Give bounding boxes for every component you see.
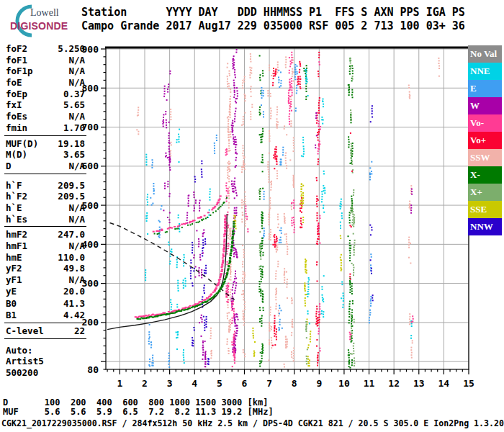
param-value: N/A xyxy=(68,55,85,66)
param-label: foEs xyxy=(6,111,27,122)
parameter-panel: foF25.250foF1N/AfoF1pN/AfoEN/AfoEp0.37fx… xyxy=(4,43,86,380)
param-row-ye: yE20.0 xyxy=(6,286,85,297)
param-label: yF1 xyxy=(6,274,22,286)
param-label: h`F xyxy=(6,180,22,192)
param-row-hf2: h`F2209.5 xyxy=(6,191,85,202)
svg-text:12: 12 xyxy=(388,378,400,389)
param-label: fmin xyxy=(6,122,27,134)
param-row-artist5: Artist5 xyxy=(6,356,85,367)
param-label: h`Es xyxy=(6,214,27,225)
param-label: h`E xyxy=(6,202,22,214)
legend-item-vo: Vo+ xyxy=(468,132,502,149)
param-row-foes: foEsN/A xyxy=(6,111,85,122)
param-label: B1 xyxy=(6,310,17,321)
param-label: C-level xyxy=(6,325,44,337)
legend-item-nnw: NNW xyxy=(468,218,502,235)
param-value: 247.0 xyxy=(58,229,85,240)
param-value: 0.37 xyxy=(63,89,85,100)
param-row-hf: h`F209.5 xyxy=(6,180,85,192)
param-value: 3.65 xyxy=(63,149,85,161)
footer-status-line: CGK21_2017229035000.RSF / 284fx512h 50 k… xyxy=(1,418,504,428)
param-label: foF1 xyxy=(6,55,27,66)
parameter-group: h`F209.5h`F2209.5h`EN/Ah`EsN/A xyxy=(4,180,86,228)
param-row-hme: hmE110.0 xyxy=(6,252,85,264)
svg-text:9: 9 xyxy=(316,378,322,389)
param-label: foEp xyxy=(6,89,27,100)
param-value: 209.5 xyxy=(58,180,85,192)
param-row-b1: B14.42 xyxy=(6,310,85,321)
legend-item-e: E xyxy=(468,80,502,97)
param-label: MUF(D) xyxy=(6,138,38,150)
svg-text:6: 6 xyxy=(242,378,248,389)
param-row-yf1: yF1N/A xyxy=(6,274,85,286)
param-label: D xyxy=(6,161,12,172)
param-value: 1.70 xyxy=(63,122,85,134)
muf-row: MUF 5.6 5.6 5.9 6.5 7.2 8.2 11.3 19.2 [M… xyxy=(3,408,274,417)
param-row-fxi: fxI5.65 xyxy=(6,99,85,111)
measurement-header: Station YYYY DAY DDD HHMMSS P1 FFS S AXN… xyxy=(81,6,465,33)
param-value: 41.3 xyxy=(63,298,85,310)
param-row-hmf2: hmF2247.0 xyxy=(6,229,85,240)
svg-text:5: 5 xyxy=(217,378,222,389)
param-value: N/A xyxy=(68,161,85,172)
param-row-fof2: foF25.250 xyxy=(6,43,85,55)
param-row-md: M(D)3.65 xyxy=(6,149,85,161)
parameter-group: hmF2247.0hmF1N/AhmE110.0yF249.8yF1N/AyE2… xyxy=(4,229,86,298)
svg-text:4: 4 xyxy=(192,378,197,389)
param-row-500200: 500200 xyxy=(6,367,85,379)
legend-item-ssw: SSW xyxy=(468,149,502,166)
param-value: 5.250 xyxy=(58,43,85,55)
param-label: hmF1 xyxy=(6,240,27,252)
header-station-values: Campo Grande 2017 Aug17 229 035000 RSF 0… xyxy=(81,19,465,33)
param-value: 5.65 xyxy=(63,99,85,111)
param-row-clevel: C-level22 xyxy=(6,325,85,337)
svg-text:15: 15 xyxy=(463,378,474,389)
param-value: 110.0 xyxy=(58,252,85,264)
param-row-hmf1: hmF1N/A xyxy=(6,240,85,252)
param-value: N/A xyxy=(68,240,85,252)
param-row-auto: Auto: xyxy=(6,345,85,356)
svg-text:7: 7 xyxy=(266,378,272,389)
echo-direction-legend: No ValNNEEWVo-Vo+SSWX-X+SSENNW xyxy=(468,45,502,235)
param-value: 20.0 xyxy=(63,286,85,297)
param-label: B0 xyxy=(6,298,17,310)
param-value: 209.5 xyxy=(58,191,85,202)
param-row-d: DN/A xyxy=(6,161,85,172)
legend-item-nne: NNE xyxy=(468,63,502,80)
param-row-fof1: foF1N/A xyxy=(6,55,85,66)
param-row-hes: h`EsN/A xyxy=(6,214,85,225)
legend-item-x: X- xyxy=(468,166,502,184)
param-value: N/A xyxy=(68,66,85,77)
legend-item-x: X+ xyxy=(468,184,502,201)
param-label: hmE xyxy=(6,252,22,264)
param-row-mufd: MUF(D)19.18 xyxy=(6,138,85,150)
digisonde-ionogram-view: Lowell DIGISONDE Station YYYY DAY DDD HH… xyxy=(0,0,504,432)
legend-item-noval: No Val xyxy=(468,45,502,63)
param-label: fxI xyxy=(6,99,22,111)
legend-item-vo: Vo- xyxy=(468,114,502,132)
param-label: foE xyxy=(6,77,22,89)
param-row-he: h`EN/A xyxy=(6,202,85,214)
svg-text:1: 1 xyxy=(117,378,122,389)
param-value: 19.18 xyxy=(58,138,85,150)
param-label: yE xyxy=(6,286,17,297)
parameter-group: foF25.250foF1N/AfoF1pN/AfoEN/AfoEp0.37fx… xyxy=(4,43,86,136)
param-label: foF1p xyxy=(6,66,33,77)
param-row-fmin: fmin1.70 xyxy=(6,122,85,134)
svg-text:10: 10 xyxy=(338,378,350,389)
param-label: 500200 xyxy=(6,367,38,379)
param-value: 49.8 xyxy=(63,263,85,274)
parameter-group: B041.3B14.42 xyxy=(4,298,86,323)
header-column-labels: Station YYYY DAY DDD HHMMSS P1 FFS S AXN… xyxy=(81,6,465,19)
param-row-foep: foEp0.37 xyxy=(6,89,85,100)
svg-text:11: 11 xyxy=(364,378,375,389)
param-label: h`F2 xyxy=(6,191,27,202)
parameter-group: C-level22 xyxy=(4,325,86,339)
param-label: yF2 xyxy=(6,263,22,274)
param-label: foF2 xyxy=(6,43,27,55)
param-value: N/A xyxy=(68,111,85,122)
logo-lowell-text: Lowell xyxy=(30,7,59,19)
param-label: Auto: xyxy=(6,345,33,356)
legend-item-sse: SSE xyxy=(468,201,502,218)
param-value: N/A xyxy=(68,77,85,89)
